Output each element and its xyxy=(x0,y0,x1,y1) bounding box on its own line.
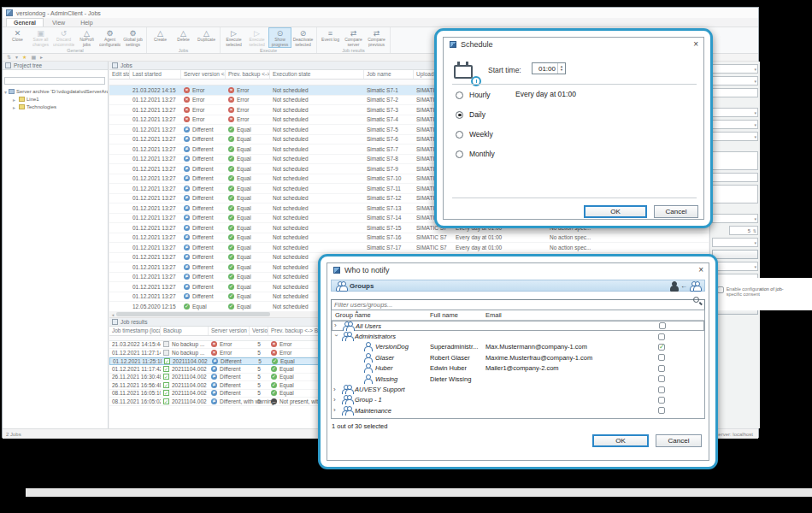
ribbon-tab[interactable]: View xyxy=(45,19,72,27)
column-header[interactable]: Edit state xyxy=(109,70,130,79)
project-tree-filter-input[interactable] xyxy=(4,77,105,85)
notify-checkbox[interactable] xyxy=(658,333,665,340)
scrollbar-thumb[interactable] xyxy=(116,312,270,316)
ok-button[interactable]: OK xyxy=(584,205,647,218)
properties-control[interactable]: ▾ xyxy=(712,206,758,211)
spinner-arrows[interactable]: ▲▼ xyxy=(557,63,565,74)
notify-checkbox[interactable] xyxy=(658,365,665,372)
properties-control[interactable]: ▾ xyxy=(712,214,758,223)
close-icon[interactable]: × xyxy=(693,40,698,49)
properties-control[interactable]: ▾ xyxy=(712,132,758,141)
tree-toolbar-icon[interactable]: ▸ xyxy=(40,54,43,61)
cancel-button[interactable]: Cancel xyxy=(656,434,702,447)
radio-icon[interactable] xyxy=(456,111,463,119)
expand-icon[interactable]: › xyxy=(334,322,339,329)
notify-checkbox[interactable] xyxy=(658,397,665,404)
properties-control[interactable]: ▾ xyxy=(712,88,758,97)
column-header[interactable]: Job timestamp (local) xyxy=(109,327,161,335)
properties-control[interactable]: ▾ xyxy=(712,108,758,117)
cancel-button[interactable]: Cancel xyxy=(654,205,698,218)
notify-checkbox[interactable] xyxy=(658,344,665,351)
column-header[interactable]: ▴Group name xyxy=(332,311,430,319)
column-header[interactable]: Server version <-> Backup xyxy=(181,70,226,79)
properties-control[interactable]: ▾ xyxy=(712,238,758,247)
ribbon-button[interactable]: △ Create xyxy=(149,27,172,48)
notify-checkbox[interactable] xyxy=(658,386,665,393)
column-header[interactable]: Email xyxy=(485,311,639,319)
ribbon-button[interactable]: ⇄ Compare server version with backup xyxy=(342,27,365,48)
notify-checkbox[interactable] xyxy=(658,354,665,361)
column-header[interactable]: Last started xyxy=(130,70,181,79)
expand-icon[interactable]: › xyxy=(333,397,338,404)
tree-root-item[interactable]: ▾ Server archive 'D:\vdogdata\vdServerAr… xyxy=(4,88,108,96)
properties-control[interactable]: ▾ xyxy=(712,64,758,74)
schedule-option[interactable]: Monthly xyxy=(456,150,495,158)
notify-table-row[interactable]: › AUVESY Support xyxy=(332,384,704,394)
tree-toolbar-icon[interactable]: ▦ xyxy=(31,54,36,61)
expand-icon[interactable]: › xyxy=(332,334,339,339)
radio-icon[interactable] xyxy=(456,91,463,99)
properties-control[interactable]: ▾ xyxy=(712,120,758,129)
jobs-table-row[interactable]: 01.12.2021 13:27 Different Equal Not sch… xyxy=(109,233,709,244)
notify-checkbox[interactable] xyxy=(658,375,665,382)
ribbon-button[interactable]: ⊘ Deactivate selected jobs xyxy=(291,27,315,48)
notify-table-row[interactable]: › Glaser Robert Glaser Maxime.Musterfrau… xyxy=(332,352,704,363)
notify-checkbox[interactable] xyxy=(658,407,665,414)
ribbon-button[interactable]: △ NoProfi jobs xyxy=(75,27,98,48)
ribbon-button[interactable]: ↺ Discard uncommitted changes xyxy=(52,27,75,48)
properties-control[interactable]: ...▾ xyxy=(712,173,758,182)
notify-table-row[interactable]: › Administrators xyxy=(332,331,704,341)
notify-table-row[interactable]: › Wissing Dieter Wissing xyxy=(332,374,704,384)
expand-icon[interactable]: ▾ xyxy=(4,89,7,95)
properties-control[interactable]: ▾ xyxy=(712,250,758,259)
ribbon-button[interactable]: △ Delete xyxy=(172,27,195,48)
close-icon[interactable]: × xyxy=(698,266,703,274)
ribbon-button[interactable]: △ Duplicate xyxy=(195,27,218,48)
properties-control[interactable]: ▾ xyxy=(712,76,758,86)
ribbon-tab[interactable]: Help xyxy=(74,19,99,27)
expand-icon[interactable]: › xyxy=(333,386,338,393)
notify-table-row[interactable]: › Group - 1 xyxy=(332,395,704,405)
notify-checkbox[interactable] xyxy=(659,322,666,329)
notify-table-row[interactable]: › All Users xyxy=(332,321,704,331)
radio-icon[interactable] xyxy=(456,150,463,158)
ribbon-button[interactable]: ⊙ Show progress information xyxy=(268,27,291,48)
column-header[interactable]: Version xyxy=(250,327,268,335)
expand-icon[interactable]: › xyxy=(333,407,338,414)
properties-control[interactable]: 5▾ xyxy=(729,226,758,235)
ribbon-tab[interactable]: General xyxy=(6,18,44,27)
radio-icon[interactable] xyxy=(456,131,463,139)
schedule-option[interactable]: Weekly xyxy=(456,130,493,139)
tree-toolbar-icon[interactable]: ▾ xyxy=(15,54,18,61)
ribbon-button[interactable]: ⚙ Agent configuration xyxy=(98,27,121,48)
notify-table-row[interactable]: › VersionDog Superadministr... Max.Muste… xyxy=(332,342,704,352)
column-header[interactable]: Job name xyxy=(364,70,414,79)
schedule-option[interactable]: Daily xyxy=(456,110,485,119)
jobs-table-row[interactable]: 01.12.2021 13:27 Different Equal Not sch… xyxy=(109,243,709,253)
properties-control[interactable]: ▾ xyxy=(712,185,758,203)
column-header[interactable]: Full name xyxy=(430,311,485,319)
start-time-spinner[interactable]: 01:00 ▲▼ xyxy=(532,62,566,74)
ribbon-button[interactable]: ⚙ Global job settings xyxy=(121,27,144,48)
tree-toolbar-icon[interactable]: ⇅ xyxy=(7,54,11,61)
column-header[interactable]: Prev. backup <-> Backup xyxy=(226,70,270,79)
expand-icon[interactable]: ▸ xyxy=(13,97,17,103)
spin-down-icon[interactable]: ▼ xyxy=(560,68,563,72)
tree-toolbar-icon[interactable]: ★ xyxy=(22,54,26,61)
expand-icon[interactable]: ▸ xyxy=(13,104,17,110)
notify-table-row[interactable]: › Maintenance xyxy=(332,405,704,416)
tree-item[interactable]: ▸ Technologies xyxy=(4,103,108,111)
properties-control[interactable]: ▾ xyxy=(712,151,758,170)
properties-control[interactable]: ▾ xyxy=(712,144,758,149)
tree-item[interactable]: ▸ Line1 xyxy=(4,96,108,103)
ribbon-button[interactable]: ▷ Execute selected jobs xyxy=(245,27,268,48)
ok-button[interactable]: OK xyxy=(592,434,649,447)
column-header[interactable]: Execution state xyxy=(270,70,364,79)
ribbon-button[interactable]: ≡ Event log xyxy=(319,27,342,48)
properties-control[interactable]: ▾ xyxy=(712,100,758,105)
properties-control[interactable]: ▾ xyxy=(712,262,758,271)
ribbon-button[interactable]: ▣ Save all changes xyxy=(29,27,52,48)
user-from-group-icon[interactable]: ← xyxy=(668,281,700,291)
column-header[interactable]: Server version <-> Backup xyxy=(209,327,250,335)
column-header[interactable]: Backup xyxy=(161,327,209,335)
